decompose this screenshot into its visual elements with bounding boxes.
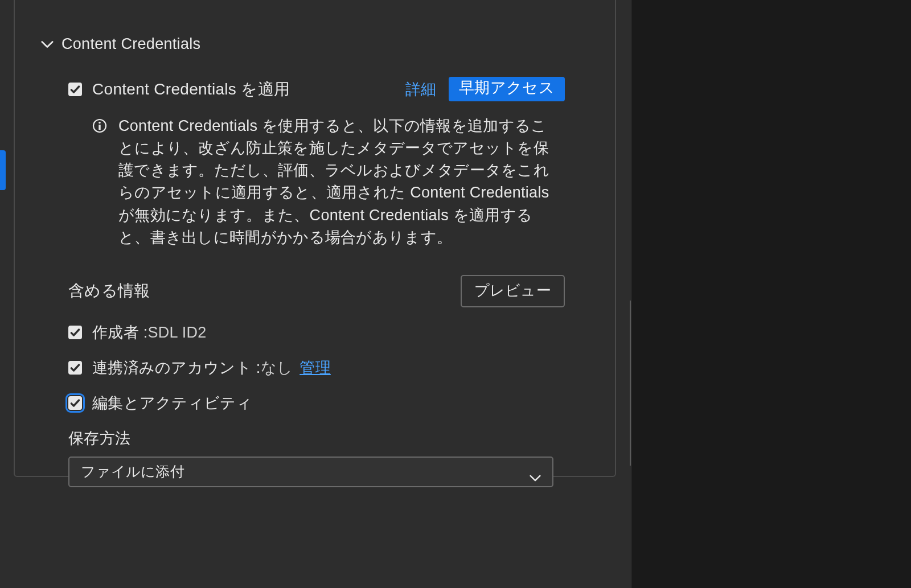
info-icon (92, 118, 107, 133)
include-account-checkbox[interactable] (68, 361, 82, 375)
chevron-down-icon (530, 468, 541, 475)
include-activity-label: 編集とアクティビティ (92, 393, 252, 413)
include-account-value: なし (261, 359, 293, 376)
manage-link[interactable]: 管理 (299, 359, 331, 376)
info-description: Content Credentials を使用すると、以下の情報を追加することに… (118, 115, 551, 249)
save-method-dropdown[interactable]: ファイルに添付 (68, 457, 553, 487)
settings-panel: Content Credentials Content Credentials … (14, 0, 616, 477)
include-creator-checkbox[interactable] (68, 326, 82, 339)
apply-content-credentials-checkbox[interactable] (68, 83, 82, 96)
include-creator-value: SDL ID2 (148, 324, 207, 341)
left-selected-tab-indicator (0, 150, 6, 190)
svg-point-1 (99, 122, 101, 124)
early-access-badge: 早期アクセス (449, 77, 565, 101)
details-link[interactable]: 詳細 (405, 79, 437, 100)
include-creator-label: 作成者 :SDL ID2 (92, 322, 207, 343)
chevron-down-icon (41, 40, 54, 48)
section-header-content-credentials[interactable]: Content Credentials (41, 35, 565, 53)
right-dark-region (631, 0, 911, 588)
save-method-selected: ファイルに添付 (81, 462, 184, 481)
include-account-label: 連携済みのアカウント :なし管理 (92, 357, 331, 378)
save-method-title: 保存方法 (68, 428, 565, 449)
include-creator-label-text: 作成者 : (92, 324, 148, 341)
include-activity-checkbox[interactable] (68, 396, 82, 410)
preview-button[interactable]: プレビュー (461, 275, 565, 307)
section-title: Content Credentials (61, 35, 200, 53)
svg-rect-2 (99, 125, 100, 130)
include-account-label-text: 連携済みのアカウント : (92, 359, 261, 376)
apply-content-credentials-label: Content Credentials を適用 (92, 79, 290, 100)
include-title: 含める情報 (68, 280, 150, 302)
